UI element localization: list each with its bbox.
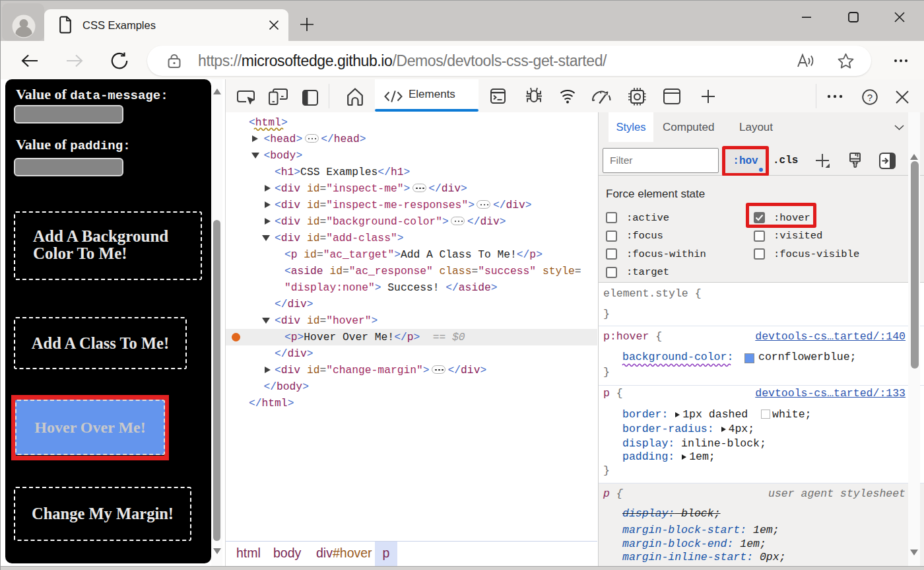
svg-text:?: ? (867, 92, 873, 103)
